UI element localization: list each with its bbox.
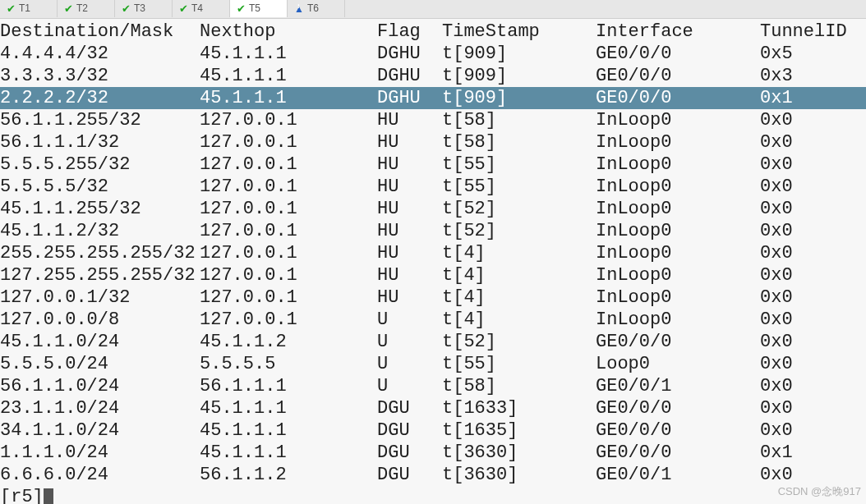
cell-if: GE0/0/0 <box>596 331 760 353</box>
cell-tid: 0x5 <box>760 43 859 65</box>
tab-label: T3 <box>134 0 145 20</box>
cell-ts: t[909] <box>442 65 596 87</box>
table-row[interactable]: 45.1.1.2/32127.0.0.1HUt[52]InLoop00x0 <box>0 220 866 242</box>
table-row[interactable]: 56.1.1.1/32127.0.0.1HUt[58]InLoop00x0 <box>0 131 866 153</box>
cell-dest: 2.2.2.2/32 <box>0 87 200 109</box>
cell-ts: t[55] <box>442 353 596 375</box>
cell-tid: 0x0 <box>760 397 859 419</box>
cell-dest: 127.0.0.0/8 <box>0 309 200 331</box>
cell-next: 45.1.1.2 <box>200 331 377 353</box>
cell-next: 127.0.0.1 <box>200 153 377 176</box>
tab-t2[interactable]: ✔T2 <box>58 0 115 17</box>
warning-icon <box>294 4 304 14</box>
table-row[interactable]: 34.1.1.0/2445.1.1.1DGUt[1635]GE0/0/00x0 <box>0 419 866 442</box>
tab-t5[interactable]: ✔T5 <box>230 0 288 17</box>
table-row[interactable]: 127.255.255.255/32127.0.0.1HUt[4]InLoop0… <box>0 264 866 286</box>
table-row[interactable]: 5.5.5.5/32127.0.0.1HUt[55]InLoop00x0 <box>0 176 866 198</box>
cell-dest: 45.1.1.2/32 <box>0 220 200 242</box>
cell-flag: HU <box>377 176 442 198</box>
cell-flag: U <box>377 375 442 397</box>
terminal[interactable]: Destination/Mask Nexthop Flag TimeStamp … <box>0 19 866 504</box>
table-row[interactable]: 127.0.0.1/32127.0.0.1HUt[4]InLoop00x0 <box>0 286 866 309</box>
cell-tid: 0x0 <box>760 109 859 131</box>
cell-flag: DGHU <box>377 65 442 87</box>
cell-tid: 0x0 <box>760 131 859 153</box>
prompt-text: [r5] <box>0 486 44 504</box>
cell-ts: t[52] <box>442 220 596 242</box>
cell-if: GE0/0/1 <box>596 375 760 397</box>
cell-next: 56.1.1.1 <box>200 375 377 397</box>
cell-next: 127.0.0.1 <box>200 264 377 286</box>
cell-ts: t[4] <box>442 242 596 264</box>
prompt-row[interactable]: [r5] <box>0 486 866 504</box>
cell-dest: 6.6.6.0/24 <box>0 464 200 486</box>
cell-if: GE0/0/0 <box>596 397 760 419</box>
table-row[interactable]: 56.1.1.255/32127.0.0.1HUt[58]InLoop00x0 <box>0 109 866 131</box>
cell-tid: 0x0 <box>760 242 859 264</box>
table-row[interactable]: 5.5.5.255/32127.0.0.1HUt[55]InLoop00x0 <box>0 153 866 176</box>
cell-flag: DGHU <box>377 43 442 65</box>
cell-next: 45.1.1.1 <box>200 397 377 419</box>
cell-next: 56.1.1.2 <box>200 464 377 486</box>
tab-label: T5 <box>249 0 260 20</box>
table-row[interactable]: 45.1.1.0/2445.1.1.2Ut[52]GE0/0/00x0 <box>0 331 866 353</box>
table-row[interactable]: 255.255.255.255/32127.0.0.1HUt[4]InLoop0… <box>0 242 866 264</box>
tab-label: T4 <box>191 0 203 20</box>
cell-ts: t[4] <box>442 286 596 309</box>
cell-flag: HU <box>377 153 442 176</box>
cursor-icon <box>44 488 53 505</box>
table-row[interactable]: 56.1.1.0/2456.1.1.1Ut[58]GE0/0/10x0 <box>0 375 866 397</box>
cell-if: InLoop0 <box>596 176 760 198</box>
cell-flag: DGU <box>377 419 442 442</box>
table-row[interactable]: 6.6.6.0/2456.1.1.2DGUt[3630]GE0/0/10x0 <box>0 464 866 486</box>
table-row[interactable]: 4.4.4.4/3245.1.1.1DGHUt[909]GE0/0/00x5 <box>0 43 866 65</box>
cell-flag: DGU <box>377 442 442 464</box>
tab-t4[interactable]: ✔T4 <box>173 0 230 17</box>
table-row[interactable]: 45.1.1.255/32127.0.0.1HUt[52]InLoop00x0 <box>0 198 866 220</box>
cell-flag: HU <box>377 286 442 309</box>
table-row[interactable]: 5.5.5.0/245.5.5.5Ut[55]Loop00x0 <box>0 353 866 375</box>
check-icon: ✔ <box>179 3 188 14</box>
cell-flag: HU <box>377 220 442 242</box>
cell-ts: t[52] <box>442 198 596 220</box>
cell-if: GE0/0/0 <box>596 87 760 109</box>
cell-flag: DGU <box>377 397 442 419</box>
cell-ts: t[3630] <box>442 442 596 464</box>
cell-next: 127.0.0.1 <box>200 109 377 131</box>
tab-t1[interactable]: ✔T1 <box>0 0 58 17</box>
cell-next: 127.0.0.1 <box>200 242 377 264</box>
cell-if: InLoop0 <box>596 131 760 153</box>
cell-ts: t[55] <box>442 176 596 198</box>
cell-next: 45.1.1.1 <box>200 87 377 109</box>
cell-flag: U <box>377 309 442 331</box>
cell-tid: 0x0 <box>760 375 859 397</box>
cell-flag: HU <box>377 242 442 264</box>
table-row[interactable]: 127.0.0.0/8127.0.0.1Ut[4]InLoop00x0 <box>0 309 866 331</box>
cell-if: GE0/0/0 <box>596 43 760 65</box>
cell-tid: 0x0 <box>760 198 859 220</box>
cell-if: InLoop0 <box>596 220 760 242</box>
tab-t3[interactable]: ✔T3 <box>115 0 173 17</box>
cell-flag: U <box>377 353 442 375</box>
cell-tid: 0x0 <box>760 331 859 353</box>
cell-dest: 4.4.4.4/32 <box>0 43 200 65</box>
col-header-next: Nexthop <box>200 21 377 43</box>
cell-ts: t[3630] <box>442 464 596 486</box>
cell-tid: 0x0 <box>760 419 859 442</box>
cell-dest: 56.1.1.1/32 <box>0 131 200 153</box>
cell-flag: HU <box>377 131 442 153</box>
cell-ts: t[4] <box>442 264 596 286</box>
table-row[interactable]: 3.3.3.3/3245.1.1.1DGHUt[909]GE0/0/00x3 <box>0 65 866 87</box>
table-row[interactable]: 1.1.1.0/2445.1.1.1DGUt[3630]GE0/0/00x1 <box>0 442 866 464</box>
tab-bar: ✔T1✔T2✔T3✔T4✔T5T6 <box>0 0 866 19</box>
cell-next: 127.0.0.1 <box>200 198 377 220</box>
col-header-ts: TimeStamp <box>442 21 596 43</box>
table-row[interactable]: 2.2.2.2/3245.1.1.1DGHUt[909]GE0/0/00x1 <box>0 87 866 109</box>
cell-dest: 1.1.1.0/24 <box>0 442 200 464</box>
tab-t6[interactable]: T6 <box>288 0 345 17</box>
cell-if: GE0/0/0 <box>596 419 760 442</box>
cell-next: 127.0.0.1 <box>200 176 377 198</box>
cell-if: GE0/0/0 <box>596 442 760 464</box>
table-row[interactable]: 23.1.1.0/2445.1.1.1DGUt[1633]GE0/0/00x0 <box>0 397 866 419</box>
cell-dest: 127.255.255.255/32 <box>0 264 200 286</box>
